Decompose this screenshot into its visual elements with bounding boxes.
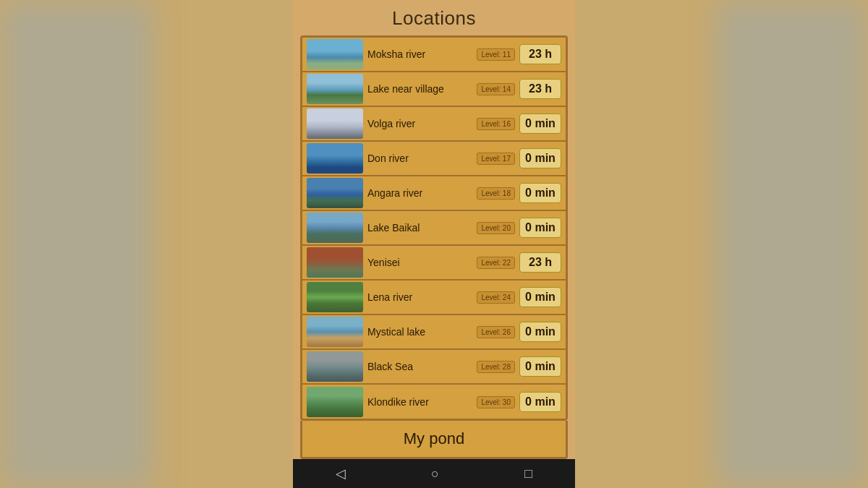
location-name: Black Sea — [367, 361, 472, 372]
bg-blur-right — [716, 0, 868, 488]
location-thumbnail — [307, 213, 363, 243]
location-level: Level: 26 — [477, 326, 515, 338]
location-name: Moksha river — [367, 48, 472, 60]
location-thumbnail — [307, 143, 363, 174]
location-name: Angara river — [367, 187, 472, 199]
location-timer: 0 min — [519, 392, 561, 412]
location-name: Volga river — [367, 118, 472, 129]
location-level: Level: 22 — [477, 257, 515, 269]
nav-bar: ◁ ○ □ — [293, 459, 575, 488]
location-thumbnail — [307, 108, 363, 139]
back-nav-icon[interactable]: ◁ — [336, 466, 346, 481]
location-timer: 0 min — [519, 114, 561, 134]
location-name: Mystical lake — [367, 326, 472, 338]
location-name: Lena river — [367, 291, 472, 303]
page-title: Locations — [293, 0, 575, 35]
location-thumbnail — [307, 282, 363, 312]
location-level: Level: 17 — [477, 153, 515, 165]
location-row[interactable]: Lake Baikal Level: 20 0 min — [302, 211, 566, 246]
location-name: Klondike river — [367, 396, 472, 408]
location-thumbnail — [307, 351, 363, 382]
location-thumbnail — [307, 387, 363, 417]
location-timer: 23 h — [519, 252, 561, 273]
location-level: Level: 14 — [477, 83, 515, 95]
location-row[interactable]: Volga river Level: 16 0 min — [302, 107, 566, 142]
location-name: Lake near village — [367, 83, 472, 95]
phone-container: Locations Moksha river Level: 11 23 h La… — [293, 0, 575, 488]
location-level: Level: 24 — [477, 291, 515, 304]
location-thumbnail — [307, 247, 363, 278]
location-name: Don river — [367, 153, 472, 164]
location-name: Lake Baikal — [367, 222, 472, 234]
locations-list: Moksha river Level: 11 23 h Lake near vi… — [300, 35, 568, 421]
location-name: Yenisei — [367, 257, 472, 268]
location-level: Level: 28 — [477, 361, 515, 373]
location-timer: 0 min — [519, 322, 561, 342]
location-timer: 0 min — [519, 148, 561, 168]
location-timer: 0 min — [519, 356, 561, 377]
bg-blur-left — [0, 0, 152, 488]
location-timer: 0 min — [519, 218, 561, 238]
location-thumbnail — [307, 178, 363, 208]
location-thumbnail — [307, 39, 363, 69]
location-row[interactable]: Lake near village Level: 14 23 h — [302, 72, 566, 107]
location-row[interactable]: Black Sea Level: 28 0 min — [302, 350, 566, 385]
my-pond-button[interactable]: My pond — [300, 421, 568, 459]
location-level: Level: 11 — [477, 48, 515, 61]
location-timer: 0 min — [519, 287, 561, 307]
location-row[interactable]: Lena river Level: 24 0 min — [302, 281, 566, 315]
location-level: Level: 30 — [477, 396, 515, 408]
location-timer: 23 h — [519, 79, 561, 99]
location-row[interactable]: Moksha river Level: 11 23 h — [302, 38, 566, 72]
location-level: Level: 20 — [477, 222, 515, 234]
location-row[interactable]: Don river Level: 17 0 min — [302, 142, 566, 176]
location-thumbnail — [307, 74, 363, 104]
location-timer: 0 min — [519, 183, 561, 203]
location-thumbnail — [307, 317, 363, 347]
location-level: Level: 16 — [477, 118, 515, 130]
location-row[interactable]: Klondike river Level: 30 0 min — [302, 385, 566, 419]
location-row[interactable]: Yenisei Level: 22 23 h — [302, 246, 566, 281]
location-row[interactable]: Mystical lake Level: 26 0 min — [302, 315, 566, 350]
home-nav-icon[interactable]: ○ — [431, 466, 439, 481]
recent-nav-icon[interactable]: □ — [524, 466, 532, 481]
location-row[interactable]: Angara river Level: 18 0 min — [302, 176, 566, 211]
location-level: Level: 18 — [477, 187, 515, 200]
location-timer: 23 h — [519, 44, 561, 64]
